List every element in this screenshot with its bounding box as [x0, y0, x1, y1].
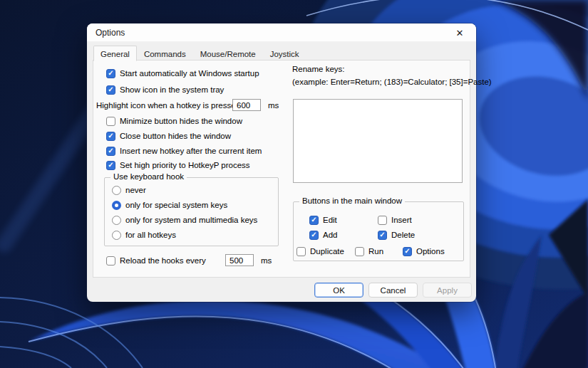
radio-label: only for system and multimedia keys	[125, 216, 257, 224]
general-tab-page: Start automatically at Windows startup S…	[93, 60, 470, 278]
checkbox-icon	[106, 161, 115, 170]
checkbox-label: Set high priority to HotkeyP process	[120, 161, 250, 169]
options-dialog: Options ✕ General Commands Mouse/Remote …	[87, 23, 476, 302]
radio-label: only for special system keys	[125, 201, 227, 209]
window-title: Options	[96, 28, 125, 38]
checkbox-btn-edit[interactable]: Edit	[309, 214, 337, 226]
title-bar[interactable]: Options	[87, 23, 476, 42]
checkbox-icon	[378, 231, 387, 240]
checkbox-label: Start automatically at Windows startup	[120, 69, 259, 78]
apply-button[interactable]: Apply	[423, 283, 472, 298]
checkbox-high-priority[interactable]: Set high priority to HotkeyP process	[106, 159, 250, 171]
main-window-buttons-title: Buttons in the main window	[299, 196, 405, 205]
checkbox-icon	[309, 231, 319, 240]
close-icon: ✕	[456, 28, 464, 38]
checkbox-icon	[378, 216, 387, 225]
checkbox-btn-duplicate[interactable]: Duplicate	[296, 246, 344, 257]
checkbox-label: Edit	[323, 216, 337, 224]
keyboard-hook-title: Use keyboard hook	[110, 172, 187, 181]
radio-icon	[112, 201, 121, 210]
checkbox-reload-hooks[interactable]: Reload the hooks every	[106, 255, 206, 266]
checkbox-minimize-hides[interactable]: Minimize button hides the window	[106, 115, 242, 127]
checkbox-icon	[403, 247, 412, 256]
checkbox-label: Insert new hotkey after the current item	[120, 147, 262, 155]
checkbox-icon	[309, 216, 319, 225]
checkbox-label: Close button hides the window	[120, 132, 231, 140]
close-button[interactable]: ✕	[448, 26, 471, 40]
checkbox-icon	[355, 247, 364, 256]
checkbox-icon	[106, 85, 115, 95]
radio-hook-system-multimedia[interactable]: only for system and multimedia keys	[112, 214, 257, 226]
checkbox-btn-options[interactable]: Options	[403, 246, 445, 257]
checkbox-btn-delete[interactable]: Delete	[378, 229, 415, 241]
tab-mouse-remote[interactable]: Mouse/Remote	[193, 47, 263, 61]
checkbox-icon	[106, 69, 115, 78]
radio-label: never	[125, 186, 146, 194]
rename-keys-label: Rename keys:	[292, 65, 345, 73]
tab-joystick[interactable]: Joystick	[263, 47, 306, 61]
tab-strip: General Commands Mouse/Remote Joystick	[93, 47, 306, 61]
highlight-icon-label: Highlight icon when a hotkey is pressed:	[96, 101, 242, 110]
radio-hook-special-keys[interactable]: only for special system keys	[112, 199, 227, 211]
radio-icon	[112, 216, 121, 225]
checkbox-label: Reload the hooks every	[120, 256, 206, 265]
checkbox-icon	[106, 256, 115, 266]
radio-icon	[112, 231, 121, 240]
checkbox-label: Insert	[391, 216, 412, 224]
tab-commands[interactable]: Commands	[137, 47, 193, 61]
checkbox-show-tray-icon[interactable]: Show icon in the system tray	[106, 84, 224, 95]
checkbox-start-automatically[interactable]: Start automatically at Windows startup	[106, 68, 259, 79]
keyboard-hook-groupbox: Use keyboard hook never only for special…	[104, 177, 279, 246]
rename-keys-example: (example: Enter=Return; (183)=Calculator…	[292, 78, 492, 86]
highlight-ms-input[interactable]	[232, 99, 261, 111]
radio-hook-never[interactable]: never	[112, 184, 146, 196]
reload-ms-unit: ms	[261, 256, 272, 265]
checkbox-btn-run[interactable]: Run	[355, 246, 383, 257]
checkbox-close-hides[interactable]: Close button hides the window	[106, 130, 231, 142]
cancel-button[interactable]: Cancel	[368, 283, 418, 298]
checkbox-label: Delete	[391, 231, 415, 239]
radio-hook-all-hotkeys[interactable]: for all hotkeys	[112, 229, 176, 241]
radio-label: for all hotkeys	[125, 231, 176, 239]
tab-general[interactable]: General	[93, 46, 137, 61]
rename-keys-textarea[interactable]	[293, 99, 463, 183]
reload-ms-input[interactable]	[225, 254, 254, 266]
checkbox-btn-insert[interactable]: Insert	[378, 214, 412, 226]
checkbox-label: Options	[416, 247, 445, 256]
checkbox-label: Add	[323, 231, 337, 239]
checkbox-icon	[106, 117, 115, 126]
checkbox-insert-after-current[interactable]: Insert new hotkey after the current item	[106, 145, 262, 157]
checkbox-btn-add[interactable]: Add	[309, 229, 337, 241]
checkbox-label: Run	[368, 247, 383, 256]
checkbox-label: Duplicate	[310, 247, 344, 256]
highlight-ms-unit: ms	[268, 101, 279, 110]
checkbox-icon	[106, 132, 115, 141]
main-window-buttons-groupbox: Buttons in the main window Edit Insert A…	[293, 201, 464, 261]
checkbox-icon	[106, 147, 115, 156]
radio-icon	[112, 186, 121, 195]
checkbox-icon	[296, 247, 306, 256]
checkbox-label: Minimize button hides the window	[120, 117, 242, 125]
ok-button[interactable]: OK	[314, 283, 363, 298]
checkbox-label: Show icon in the system tray	[120, 85, 224, 94]
